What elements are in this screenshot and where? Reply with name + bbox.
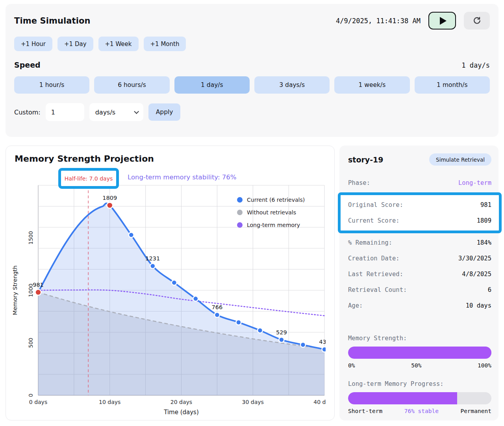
annotation-box-scores: Original Score: 981 Current Score: 1809 <box>338 192 502 233</box>
annotation-box-halflife: Half-life: 7.0 days <box>58 168 119 189</box>
phase-value: Long-term <box>458 179 491 186</box>
stability-label: Long-term memory stability: 76% <box>128 173 236 181</box>
creation-date-row: Creation Date: 3/30/2025 <box>348 251 491 266</box>
speed-header: Speed 1 day/s <box>14 61 490 69</box>
reset-button[interactable] <box>464 12 490 30</box>
retrieval-count-value: 6 <box>488 286 491 293</box>
reset-icon <box>472 16 482 25</box>
apply-button[interactable]: Apply <box>148 103 181 121</box>
svg-text:981: 981 <box>33 282 44 288</box>
remaining-value: 184% <box>477 239 491 246</box>
creation-date-value: 3/30/2025 <box>458 255 491 262</box>
scale-50: 50% <box>411 362 421 369</box>
svg-text:1231: 1231 <box>145 255 160 262</box>
memory-id: story-19 <box>348 155 384 164</box>
retrieval-count-label: Retrieval Count: <box>348 286 407 293</box>
original-score-row: Original Score: 981 <box>348 197 491 213</box>
current-score-value: 1809 <box>477 217 491 224</box>
custom-speed-row: Custom: days/s Apply <box>14 103 490 121</box>
svg-text:1500: 1500 <box>28 231 34 244</box>
speed-1-hour-button[interactable]: 1 hour/s <box>14 76 89 94</box>
custom-unit-value: days/s <box>95 109 116 116</box>
last-retrieved-row: Last Retrieved: 4/8/2025 <box>348 266 491 282</box>
svg-text:437: 437 <box>319 339 326 345</box>
svg-text:1809: 1809 <box>102 195 117 201</box>
current-score-label: Current Score: <box>348 217 400 224</box>
svg-text:Current (6 retrievals): Current (6 retrievals) <box>247 197 305 203</box>
simulate-retrieval-button[interactable]: Simulate Retrieval <box>429 153 491 166</box>
time-simulation-header: Time Simulation 4/9/2025, 11:41:38 AM <box>14 12 490 30</box>
remaining-row: % Remaining: 184% <box>348 235 491 251</box>
speed-1-month-button[interactable]: 1 month/s <box>415 76 490 94</box>
age-row: Age: 10 days <box>348 298 491 314</box>
main-content: Memory Strength Projection Half-life: 7.… <box>6 146 498 420</box>
memory-details-header: story-19 Simulate Retrieval <box>348 153 491 166</box>
longterm-progress-scale: Short-term 76% stable Permanent <box>348 408 491 414</box>
current-score-row: Current Score: 1809 <box>348 213 491 229</box>
longterm-progress-block: Long-term Memory Progress: Short-term 76… <box>348 380 491 414</box>
jump-1-hour-button[interactable]: +1 Hour <box>14 37 52 51</box>
scale-0: 0% <box>348 362 355 369</box>
memory-strength-chart-card: Memory Strength Projection Half-life: 7.… <box>6 146 335 420</box>
svg-text:500: 500 <box>28 338 34 348</box>
svg-text:Without retrievals: Without retrievals <box>247 209 296 216</box>
jump-1-day-button[interactable]: +1 Day <box>57 37 93 51</box>
speed-6-hours-button[interactable]: 6 hours/s <box>94 76 169 94</box>
current-speed-value: 1 day/s <box>461 61 490 69</box>
svg-text:10 days: 10 days <box>99 399 120 405</box>
time-controls: 4/9/2025, 11:41:38 AM <box>336 12 490 30</box>
memory-strength-bar-scale: 0% 50% 100% <box>348 362 491 369</box>
phase-label: Phase: <box>348 179 370 186</box>
play-button[interactable] <box>428 12 456 30</box>
shortterm-label: Short-term <box>348 408 382 414</box>
memory-strength-chart: 98118091231766529437Current (6 retrieval… <box>6 170 326 417</box>
svg-text:529: 529 <box>276 329 287 336</box>
custom-speed-input[interactable] <box>46 103 84 121</box>
svg-text:40 days: 40 days <box>313 399 326 405</box>
memory-strength-bar <box>348 347 491 359</box>
creation-date-label: Creation Date: <box>348 255 400 262</box>
chevron-down-icon <box>134 109 139 114</box>
page: Time Simulation 4/9/2025, 11:41:38 AM +1… <box>0 0 504 424</box>
speed-title: Speed <box>14 61 41 69</box>
age-label: Age: <box>348 302 363 309</box>
phase-row: Phase: Long-term <box>348 175 491 191</box>
longterm-progress-bar-fill <box>348 392 457 404</box>
svg-text:30 days: 30 days <box>242 399 264 405</box>
svg-text:1000: 1000 <box>28 284 34 297</box>
stable-percent-label: 76% stable <box>404 408 439 414</box>
svg-text:Time (days): Time (days) <box>163 409 199 416</box>
svg-text:0 days: 0 days <box>29 399 47 405</box>
speed-3-days-button[interactable]: 3 days/s <box>254 76 330 94</box>
age-value: 10 days <box>466 302 491 309</box>
retrieval-count-row: Retrieval Count: 6 <box>348 282 491 298</box>
time-simulation-panel: Time Simulation 4/9/2025, 11:41:38 AM +1… <box>6 4 498 137</box>
longterm-progress-label: Long-term Memory Progress: <box>348 380 491 387</box>
last-retrieved-value: 4/8/2025 <box>462 271 491 278</box>
remaining-label: % Remaining: <box>348 239 392 246</box>
original-score-label: Original Score: <box>348 201 403 208</box>
scale-100: 100% <box>478 362 491 369</box>
jump-1-week-button[interactable]: +1 Week <box>98 37 139 51</box>
last-retrieved-label: Last Retrieved: <box>348 271 403 278</box>
speed-1-day-button[interactable]: 1 day/s <box>174 76 250 94</box>
speed-1-week-button[interactable]: 1 week/s <box>334 76 410 94</box>
memory-strength-bar-fill <box>348 347 491 359</box>
svg-text:Memory Strength: Memory Strength <box>12 266 18 315</box>
svg-text:766: 766 <box>212 304 223 310</box>
chart-title: Memory Strength Projection <box>15 154 334 164</box>
permanent-label: Permanent <box>460 408 491 414</box>
custom-speed-label: Custom: <box>14 109 41 116</box>
play-icon <box>440 17 447 25</box>
jump-1-month-button[interactable]: +1 Month <box>144 37 186 51</box>
current-datetime: 4/9/2025, 11:41:38 AM <box>336 17 421 25</box>
memory-strength-bar-label: Memory Strength: <box>348 335 491 342</box>
time-jump-buttons: +1 Hour +1 Day +1 Week +1 Month <box>14 37 490 51</box>
memory-details-panel: story-19 Simulate Retrieval Phase: Long-… <box>339 146 498 420</box>
panel-title: Time Simulation <box>14 16 91 26</box>
original-score-value: 981 <box>480 201 491 208</box>
svg-text:0: 0 <box>28 394 34 397</box>
longterm-progress-bar <box>348 392 491 404</box>
speed-options: 1 hour/s 6 hours/s 1 day/s 3 days/s 1 we… <box>14 76 490 94</box>
custom-unit-select[interactable]: days/s <box>89 103 143 121</box>
